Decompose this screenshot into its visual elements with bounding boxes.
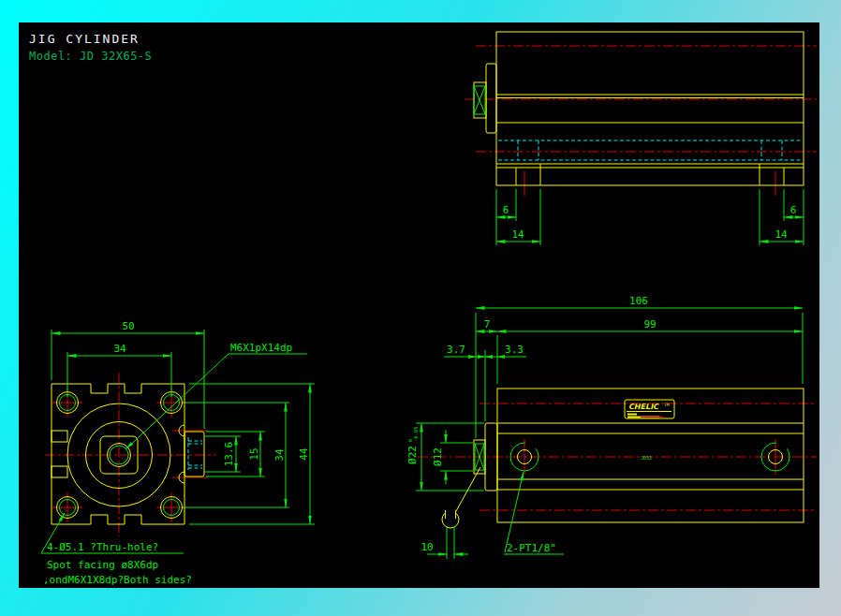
note-thru-hole: 4-Ø5.1 ?Thru-hole? [47,541,158,553]
dim-rail-inner: 13.6 [223,442,235,467]
wrench-icon [442,467,480,528]
note-spot-facing: Spot facing ø8X6dp [47,559,158,571]
chelic-logo: CHELIC TM [625,400,674,418]
dim-foot-right: 6 [790,204,797,216]
dim-bolt-spacing-h: 34 [113,343,126,355]
drawing-model: Model: JD 32X65-S [29,50,152,63]
dim-slot-right: 14 [775,228,788,241]
body-model-mark: JD32 [641,455,652,461]
dim-flange-dia: Ø22 [406,446,419,464]
dim-wrench-flats: 10 [420,541,433,553]
dim-rail: 15 [248,447,260,460]
dim-rod-dia: Ø12 [432,447,444,466]
dim-body-height: 44 [298,447,310,461]
thread-leader-label: M6X1pX14dp [230,342,292,354]
dim-rod-extension: 3.7 [447,344,465,356]
dim-foot-left: 6 [503,204,509,216]
dim-body-length: 99 [643,318,656,330]
dim-flange-tol-lower: -0.05 [413,426,419,442]
dim-plate-thickness: 3.3 [505,344,524,356]
front-view: 50 34 13.6 15 34 44 M6X1pX14dp 4-Ø5.1 ?T… [41,320,315,586]
dim-body-width: 50 [122,320,134,332]
drawing-canvas[interactable]: JIG CYLINDER Model: JD 32X65-S [19,22,819,588]
port-leader-label: 2-PT1/8" [507,542,556,554]
thread-leader: M6X1pX14dp [125,342,307,449]
cad-viewer-window: { "title": { "line1": "JIG CYLINDER", "l… [0,0,841,616]
port-leader: 2-PT1/8" [504,472,564,554]
brand-tm: TM [664,403,670,407]
dim-slot-left: 14 [511,228,524,241]
top-view: 6 14 6 14 [465,32,817,245]
brand-name: CHELIC [628,403,659,411]
dim-total-length: 106 [629,295,648,307]
side-view: CHELIC TM JD32 106 7 99 3.7 3.3 Ø22 [406,295,817,559]
dim-bolt-spacing-v: 34 [273,448,286,462]
hidden-thread-marks [188,437,202,470]
cad-drawing: JIG CYLINDER Model: JD 32X65-S [19,22,819,588]
sensor-rail-block [184,432,204,477]
rod-wrench-flats-top [474,86,485,114]
dim-nose-length: 7 [484,318,491,330]
drawing-title: JIG CYLINDER [29,32,140,46]
note-thread-both-sides: ,ondM6X1X8dp?Both sides? [43,574,192,586]
